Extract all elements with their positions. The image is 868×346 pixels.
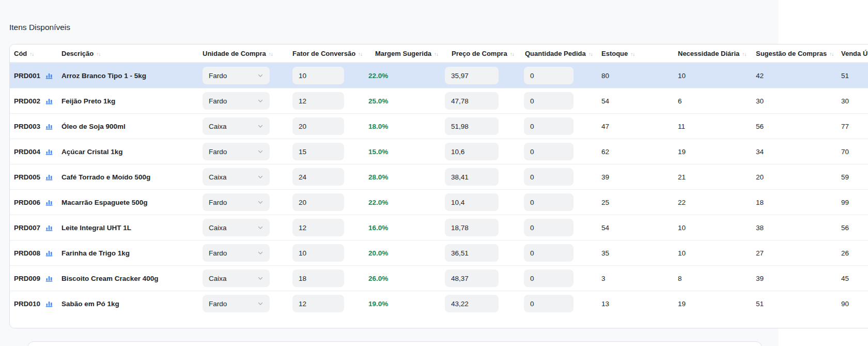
header-cell-estoque[interactable]: Estoque↑↓ [601, 50, 678, 57]
product-description: Açúcar Cristal 1kg [61, 148, 123, 156]
purchase-unit-select[interactable]: Fardo [203, 193, 270, 211]
daily-need-value: 10 [678, 224, 686, 232]
product-code: PRD009 [14, 275, 40, 282]
sort-icon: ↑↓ [96, 51, 100, 57]
purchase-price-input[interactable] [445, 219, 499, 236]
chart-icon-button[interactable] [44, 146, 54, 156]
header-cell-necessidade[interactable]: Necessidade Diária↑↓ [678, 50, 756, 57]
chart-icon-button[interactable] [44, 95, 54, 106]
chart-icon-button[interactable] [44, 171, 54, 182]
purchase-unit-select[interactable]: Caixa [203, 219, 270, 236]
purchase-unit-select[interactable]: Fardo [203, 143, 270, 160]
purchase-unit-select[interactable]: Caixa [203, 117, 270, 135]
table-row[interactable]: PRD005Café Torrado e Moído 500gCaixa28.0… [10, 164, 868, 189]
chevron-down-icon [257, 98, 264, 104]
header-cell-fator[interactable]: Fator de Conversão↑↓ [292, 50, 368, 57]
header-cell-preco[interactable]: Preço de Compra↑↓ [445, 50, 524, 57]
suggested-margin-value: 16.0% [368, 224, 388, 232]
chart-icon-button[interactable] [44, 273, 54, 283]
table-row[interactable]: PRD008Farinha de Trigo 1kgFardo20.0%3510… [10, 240, 868, 265]
bar-chart-icon [45, 248, 53, 257]
purchase-unit-select[interactable]: Caixa [203, 269, 270, 287]
ordered-quantity-input[interactable] [524, 67, 574, 84]
header-cell-quantidade[interactable]: Quantidade Pedida↑↓ [524, 50, 601, 57]
ordered-quantity-input[interactable] [524, 117, 574, 135]
items-table-card: Cód↑↓Descrição↑↓Unidade de Compra↑↓Fator… [9, 44, 868, 328]
stock-value: 35 [601, 249, 609, 257]
purchase-suggestion-value: 18 [756, 199, 764, 206]
conversion-factor-input[interactable] [292, 168, 344, 186]
conversion-factor-input[interactable] [292, 269, 344, 287]
purchase-unit-select[interactable]: Fardo [203, 67, 270, 84]
ordered-quantity-input[interactable] [524, 193, 574, 211]
purchase-suggestion-value: 30 [756, 97, 764, 105]
ordered-quantity-input[interactable] [524, 244, 574, 262]
table-row[interactable]: PRD004Açúcar Cristal 1kgFardo15.0%621934… [10, 139, 868, 164]
page-title: Itens Disponíveis [9, 23, 70, 32]
table-header-row: Cód↑↓Descrição↑↓Unidade de Compra↑↓Fator… [10, 44, 868, 63]
purchase-price-input[interactable] [445, 168, 499, 186]
header-cell-unidade[interactable]: Unidade de Compra↑↓ [203, 50, 292, 57]
chevron-down-icon [257, 199, 264, 205]
purchase-suggestion-value: 42 [756, 72, 764, 80]
table-row[interactable]: PRD009Biscoito Cream Cracker 400gCaixa26… [10, 265, 868, 291]
conversion-factor-input[interactable] [292, 193, 344, 211]
selected-unit-label: Fardo [209, 249, 227, 257]
header-cell-venda[interactable]: Venda Ú↑↓ [841, 50, 868, 57]
purchase-unit-select[interactable]: Fardo [203, 244, 270, 262]
conversion-factor-input[interactable] [292, 143, 344, 160]
purchase-price-input[interactable] [445, 193, 499, 211]
ordered-quantity-input[interactable] [524, 269, 574, 287]
purchase-price-input[interactable] [445, 92, 499, 110]
product-code: PRD008 [14, 249, 40, 257]
purchase-price-input[interactable] [445, 244, 499, 262]
chart-icon-button[interactable] [44, 121, 54, 131]
chart-icon-button[interactable] [44, 70, 54, 80]
purchase-price-input[interactable] [445, 117, 499, 135]
bar-chart-icon [45, 122, 53, 130]
purchase-price-input[interactable] [445, 295, 499, 312]
chart-icon-button[interactable] [44, 298, 54, 308]
table-row[interactable]: PRD003Óleo de Soja 900mlCaixa18.0%471156… [10, 113, 868, 139]
ordered-quantity-input[interactable] [524, 219, 574, 236]
header-cell-descricao[interactable]: Descrição↑↓ [61, 50, 203, 57]
header-cell-margem[interactable]: Margem Sugerida↑↓ [368, 50, 445, 57]
table-row[interactable]: PRD007Leite Integral UHT 1LCaixa16.0%541… [10, 215, 868, 240]
purchase-price-input[interactable] [445, 269, 499, 287]
daily-need-value: 10 [678, 72, 686, 80]
header-cell-cod[interactable]: Cód↑↓ [10, 50, 42, 57]
purchase-unit-select[interactable]: Fardo [203, 92, 270, 110]
header-label: Margem Sugerida [375, 50, 431, 57]
conversion-factor-input[interactable] [292, 244, 344, 262]
purchase-unit-select[interactable]: Caixa [203, 168, 270, 186]
chevron-down-icon [257, 224, 264, 231]
conversion-factor-input[interactable] [292, 295, 344, 312]
product-code: PRD004 [14, 148, 40, 156]
chevron-down-icon [257, 300, 264, 307]
ordered-quantity-input[interactable] [524, 168, 574, 186]
table-row[interactable]: PRD002Feijão Preto 1kgFardo25.0%5463030 [10, 88, 868, 113]
purchase-price-input[interactable] [445, 143, 499, 160]
chart-icon-button[interactable] [44, 222, 54, 232]
table-row[interactable]: PRD001Arroz Branco Tipo 1 - 5kgFardo22.0… [10, 63, 868, 88]
product-description: Biscoito Cream Cracker 400g [61, 275, 159, 282]
conversion-factor-input[interactable] [292, 219, 344, 236]
ordered-quantity-input[interactable] [524, 295, 574, 312]
table-row[interactable]: PRD006Macarrão Espaguete 500gFardo22.0%2… [10, 189, 868, 215]
purchase-unit-select[interactable]: Fardo [203, 295, 270, 312]
header-label: Cód [14, 50, 27, 57]
product-code: PRD007 [14, 224, 40, 232]
ordered-quantity-input[interactable] [524, 143, 574, 160]
table-row[interactable]: PRD010Sabão em Pó 1kgFardo19.0%13195190 [10, 291, 868, 316]
conversion-factor-input[interactable] [292, 117, 344, 135]
chart-icon-button[interactable] [44, 247, 54, 258]
bar-chart-icon [45, 299, 53, 307]
purchase-price-input[interactable] [445, 67, 499, 84]
ordered-quantity-input[interactable] [524, 92, 574, 110]
header-cell-sugestao[interactable]: Sugestão de Compras↑↓ [756, 50, 841, 57]
conversion-factor-input[interactable] [292, 92, 344, 110]
suggested-margin-value: 26.0% [368, 275, 388, 282]
chart-icon-button[interactable] [44, 197, 54, 207]
conversion-factor-input[interactable] [292, 67, 344, 84]
sort-icon: ↑↓ [269, 51, 273, 57]
